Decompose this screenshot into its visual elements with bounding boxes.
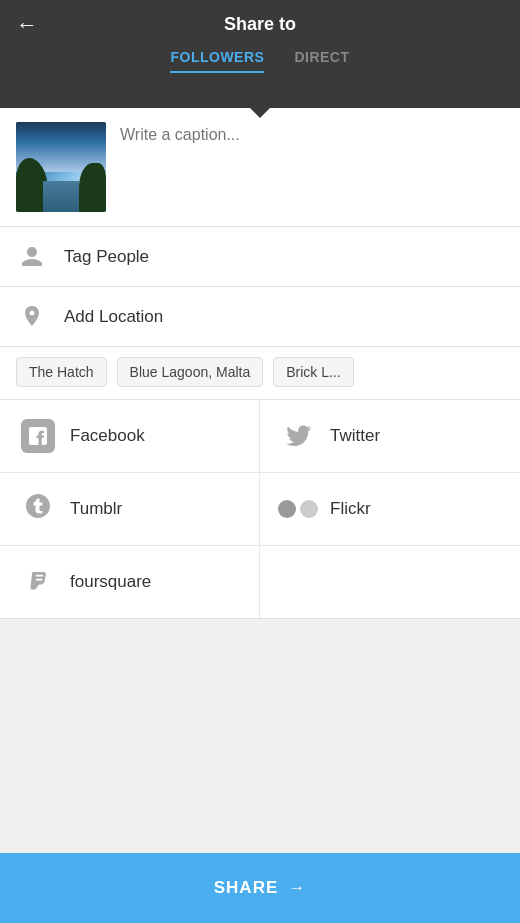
flickr-cell[interactable]: Flickr [260,473,520,546]
back-button[interactable]: ← [16,12,38,38]
social-grid: Facebook Twitter Tumblr Flickr [0,400,520,619]
tag-people-row[interactable]: Tag People [0,227,520,287]
tag-blue-lagoon[interactable]: Blue Lagoon, Malta [117,357,264,387]
facebook-label: Facebook [70,426,145,446]
tabs-row: FOLLOWERS DIRECT [170,49,349,73]
caption-area [0,108,520,227]
tumblr-icon [20,491,56,527]
tag-people-label: Tag People [64,247,149,267]
facebook-cell[interactable]: Facebook [0,400,260,473]
foursquare-label: foursquare [70,572,151,592]
header: ← Share to FOLLOWERS DIRECT [0,0,520,108]
foursquare-icon [20,564,56,600]
flickr-dot-1 [278,500,296,518]
add-location-label: Add Location [64,307,163,327]
location-icon [16,301,48,333]
tumblr-label: Tumblr [70,499,122,519]
share-label: SHARE → [214,878,307,898]
location-tags-area: The Hatch Blue Lagoon, Malta Brick L... [0,347,520,400]
flickr-icon [280,491,316,527]
flickr-dot-2 [300,500,318,518]
tab-direct[interactable]: DIRECT [294,49,349,73]
page-title: Share to [224,14,296,35]
tab-indicator [250,108,270,118]
caption-image [16,122,106,212]
twitter-label: Twitter [330,426,380,446]
foursquare-cell[interactable]: foursquare [0,546,260,618]
tag-brick[interactable]: Brick L... [273,357,353,387]
caption-image-inner [16,122,106,212]
caption-input[interactable] [120,122,504,198]
empty-cell [260,546,520,618]
facebook-icon [20,418,56,454]
share-text: SHARE [214,878,279,898]
flickr-label: Flickr [330,499,371,519]
tumblr-cell[interactable]: Tumblr [0,473,260,546]
trees-right [79,163,106,213]
twitter-icon [280,418,316,454]
add-location-row[interactable]: Add Location [0,287,520,347]
header-title-row: ← Share to [0,14,520,35]
water [43,181,79,213]
share-bar[interactable]: SHARE → [0,853,520,923]
tab-followers[interactable]: FOLLOWERS [170,49,264,73]
twitter-cell[interactable]: Twitter [260,400,520,473]
tag-hatch[interactable]: The Hatch [16,357,107,387]
person-icon [16,241,48,273]
share-arrow-icon: → [288,878,306,898]
